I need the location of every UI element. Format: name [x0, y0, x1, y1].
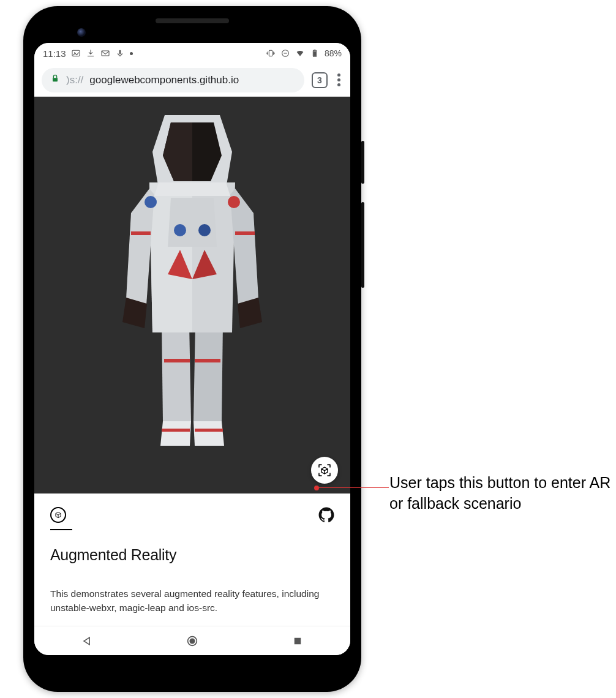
ar-button[interactable] [311, 457, 338, 484]
dnd-icon [280, 48, 290, 58]
astronaut-model [88, 97, 296, 482]
svg-rect-28 [235, 231, 255, 235]
gmail-icon [100, 48, 110, 58]
svg-rect-7 [314, 50, 316, 50]
svg-rect-17 [195, 429, 223, 432]
svg-marker-13 [193, 421, 224, 446]
svg-marker-20 [168, 198, 217, 247]
more-notifications-dot-icon [130, 52, 133, 55]
battery-icon [310, 48, 320, 58]
ar-cube-icon [317, 463, 332, 478]
svg-marker-10 [162, 323, 191, 421]
svg-rect-15 [195, 359, 220, 362]
github-link[interactable] [318, 507, 334, 525]
svg-point-24 [198, 224, 211, 236]
svg-rect-14 [164, 359, 190, 362]
svg-marker-12 [160, 421, 191, 446]
svg-rect-8 [314, 51, 316, 56]
svg-point-31 [145, 196, 157, 208]
tab-count: 3 [317, 75, 322, 85]
card-body: This demonstrates several augmented real… [50, 587, 334, 615]
info-card: Augmented Reality This demonstrates seve… [34, 493, 350, 626]
status-clock: 11:13 [43, 48, 66, 59]
download-icon [86, 48, 96, 58]
annotation-pointer-dot [314, 486, 319, 490]
phone-front-camera [77, 28, 86, 37]
phone-frame: 11:13 [23, 6, 361, 692]
wifi-icon [295, 48, 305, 58]
square-recents-icon [292, 636, 303, 647]
svg-rect-9 [53, 78, 58, 81]
nav-back-button[interactable] [80, 634, 94, 648]
svg-marker-36 [154, 182, 230, 196]
svg-point-23 [174, 224, 186, 236]
browser-toolbar: )s:// googlewebcomponents.github.io 3 [34, 64, 350, 97]
svg-rect-16 [162, 429, 190, 432]
url-host: googlewebcomponents.github.io [89, 74, 239, 86]
mic-icon [115, 48, 125, 58]
url-prefix: )s:// [66, 74, 83, 86]
svg-rect-27 [131, 231, 151, 235]
github-icon [318, 507, 334, 523]
annotation-text: User taps this button to enter AR or fal… [389, 473, 616, 514]
battery-percentage: 88% [325, 48, 342, 58]
system-nav-bar [34, 626, 350, 655]
lock-icon [50, 73, 60, 86]
browser-menu-button[interactable] [335, 71, 343, 89]
model-viewer-logo-icon [50, 507, 66, 523]
phone-earpiece [156, 18, 229, 23]
tab-switcher[interactable]: 3 [312, 72, 328, 88]
triangle-back-icon [81, 635, 93, 647]
address-bar[interactable]: )s:// googlewebcomponents.github.io [42, 68, 304, 92]
nav-home-button[interactable] [186, 634, 199, 648]
image-icon [71, 48, 81, 58]
phone-screen: 11:13 [34, 43, 350, 655]
svg-point-38 [189, 638, 195, 644]
page-content: Augmented Reality This demonstrates seve… [34, 97, 350, 626]
model-viewer[interactable] [34, 97, 350, 493]
svg-marker-11 [193, 323, 223, 421]
svg-rect-2 [102, 51, 109, 56]
logo-underline [50, 529, 72, 530]
annotation-pointer-line [318, 487, 389, 488]
circle-home-icon [186, 634, 199, 648]
card-title: Augmented Reality [50, 546, 334, 564]
svg-rect-39 [295, 637, 301, 644]
nav-recents-button[interactable] [291, 634, 304, 648]
vibrate-icon [266, 48, 276, 58]
status-bar: 11:13 [34, 43, 350, 64]
svg-point-32 [228, 196, 240, 208]
svg-rect-3 [119, 50, 121, 54]
svg-rect-4 [269, 50, 272, 56]
